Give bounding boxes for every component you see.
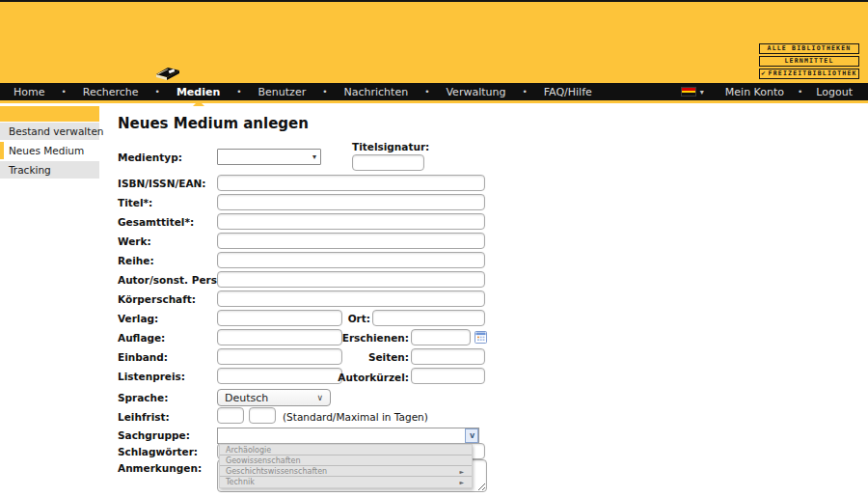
autorkuerzel-input[interactable] bbox=[411, 368, 485, 384]
sidebar-item-tracking[interactable]: Tracking bbox=[0, 161, 99, 179]
leihfrist-standard-input[interactable] bbox=[217, 407, 244, 424]
anmerkungen-label: Anmerkungen: bbox=[118, 462, 202, 474]
combo-dropdown-icon[interactable]: v bbox=[465, 428, 478, 443]
sachgruppe-select[interactable]: v bbox=[217, 428, 479, 444]
library-button-label: FREIZEITBIBLIOTHEK bbox=[769, 69, 857, 78]
titel-input[interactable] bbox=[217, 194, 485, 210]
nav-item-recherche[interactable]: Recherche bbox=[83, 86, 139, 98]
nav-separator: • bbox=[322, 87, 327, 97]
gesamttitel-label: Gesamttitel*: bbox=[118, 216, 194, 228]
sprache-select[interactable]: Deutsch ∨ bbox=[217, 389, 331, 406]
werk-label: Werk: bbox=[118, 235, 151, 247]
nav-item-benutzer[interactable]: Benutzer bbox=[258, 86, 307, 98]
sprache-label: Sprache: bbox=[118, 392, 168, 403]
all-libraries-button[interactable]: ALLE BIBLIOTHEKEN bbox=[759, 43, 859, 54]
schlagwoerter-label: Schlagwörter: bbox=[118, 446, 198, 457]
header-banner: ALLE BIBLIOTHEKEN LERNMITTEL ✔ FREIZEITB… bbox=[0, 2, 868, 83]
leihfrist-label: Leihfrist: bbox=[118, 411, 170, 423]
koerperschaft-input[interactable] bbox=[217, 290, 485, 307]
checkmark-icon: ✔ bbox=[761, 69, 765, 78]
sidebar-yellow-cap bbox=[0, 106, 99, 122]
autor-input[interactable] bbox=[217, 271, 485, 288]
menu-item-label: Geowissenschaften bbox=[226, 456, 300, 465]
reihe-label: Reihe: bbox=[118, 255, 154, 266]
autorkuerzel-label: Autorkürzel: bbox=[289, 372, 409, 383]
titel-label: Titel*: bbox=[118, 197, 152, 208]
nav-item-nachrichten[interactable]: Nachrichten bbox=[344, 86, 409, 98]
submenu-arrow-icon: ► bbox=[459, 477, 464, 487]
library-button-label: LERNMITTEL bbox=[784, 57, 833, 66]
koerperschaft-label: Körperschaft: bbox=[118, 293, 196, 305]
page-title: Neues Medium anlegen bbox=[118, 115, 309, 132]
nav-item-verwaltung[interactable]: Verwaltung bbox=[446, 86, 505, 98]
nav-separator: • bbox=[155, 87, 160, 97]
submenu-arrow-icon: ► bbox=[459, 466, 464, 477]
ort-input[interactable] bbox=[372, 310, 485, 326]
sachgruppe-label: Sachgruppe: bbox=[118, 429, 190, 441]
leihfrist-maximal-input[interactable] bbox=[249, 407, 276, 424]
menu-item-technik[interactable]: Technik ► bbox=[220, 477, 472, 487]
sidebar-item-bestand-verwalten[interactable]: Bestand verwalten bbox=[0, 123, 99, 140]
nav-separator: • bbox=[798, 87, 802, 97]
nav-right-group: ▾ Mein Konto • Logout bbox=[681, 86, 853, 98]
erschienen-input[interactable] bbox=[411, 329, 471, 345]
medientyp-select[interactable]: ▾ bbox=[217, 149, 321, 165]
sachgruppe-dropdown-menu: Archäologie Geowissenschaften Geschichts… bbox=[219, 444, 473, 488]
nav-item-logout[interactable]: Logout bbox=[816, 86, 853, 98]
lernmittel-button[interactable]: LERNMITTEL bbox=[759, 56, 859, 67]
isbn-input[interactable] bbox=[217, 175, 485, 191]
library-button-label: ALLE BIBLIOTHEKEN bbox=[768, 44, 852, 53]
seiten-input[interactable] bbox=[411, 348, 485, 365]
isbn-label: ISBN/ISSN/EAN: bbox=[118, 178, 206, 189]
menu-item-archaeologie[interactable]: Archäologie bbox=[220, 445, 472, 456]
book-icon bbox=[154, 66, 181, 83]
erschienen-label: Erschienen: bbox=[289, 332, 409, 344]
chevron-down-icon: ▾ bbox=[312, 152, 316, 161]
nav-item-faq-hilfe[interactable]: FAQ/Hilfe bbox=[544, 86, 592, 98]
menu-item-label: Geschichtswissenschaften bbox=[226, 467, 327, 476]
main-nav: Home • Recherche • Medien • Benutzer • N… bbox=[0, 83, 868, 103]
leihfrist-hint: (Standard/Maximal in Tagen) bbox=[283, 411, 428, 423]
gesamttitel-input[interactable] bbox=[217, 213, 485, 230]
german-flag-icon[interactable] bbox=[681, 87, 696, 97]
sprache-value: Deutsch bbox=[225, 392, 268, 404]
nav-item-home[interactable]: Home bbox=[14, 86, 44, 98]
nav-item-mein-konto[interactable]: Mein Konto bbox=[725, 86, 784, 98]
nav-separator: • bbox=[424, 87, 429, 97]
nav-separator: • bbox=[522, 87, 527, 97]
nav-separator: • bbox=[236, 87, 241, 97]
listenpreis-label: Listenpreis: bbox=[118, 371, 185, 382]
menu-item-label: Technik bbox=[226, 478, 255, 486]
ort-label: Ort: bbox=[289, 313, 370, 324]
seiten-label: Seiten: bbox=[289, 351, 409, 363]
chevron-down-icon: ∨ bbox=[316, 393, 323, 402]
nav-separator: • bbox=[61, 87, 66, 97]
werk-input[interactable] bbox=[217, 233, 485, 249]
app-window: ALLE BIBLIOTHEKEN LERNMITTEL ✔ FREIZEITB… bbox=[0, 0, 868, 497]
verlag-label: Verlag: bbox=[118, 313, 158, 324]
titelsignatur-input[interactable] bbox=[352, 154, 424, 171]
menu-item-geschichtswissenschaften[interactable]: Geschichtswissenschaften ► bbox=[220, 466, 472, 477]
language-dropdown-icon[interactable]: ▾ bbox=[700, 88, 704, 97]
library-filter-group: ALLE BIBLIOTHEKEN LERNMITTEL ✔ FREIZEITB… bbox=[759, 43, 859, 81]
reihe-input[interactable] bbox=[217, 252, 485, 268]
medientyp-label: Medientyp: bbox=[118, 152, 182, 163]
menu-item-geowissenschaften[interactable]: Geowissenschaften bbox=[220, 456, 472, 466]
menu-item-label: Archäologie bbox=[226, 446, 271, 455]
einband-label: Einband: bbox=[118, 351, 168, 363]
autor-label: Autor/sonst. Pers.: bbox=[118, 274, 225, 286]
auflage-label: Auflage: bbox=[118, 332, 165, 344]
freizeitbibliothek-button[interactable]: ✔ FREIZEITBIBLIOTHEK bbox=[759, 69, 859, 79]
nav-item-medien[interactable]: Medien bbox=[176, 86, 220, 98]
sidebar-item-neues-medium[interactable]: Neues Medium bbox=[0, 142, 99, 159]
calendar-icon[interactable] bbox=[475, 331, 487, 344]
titelsignatur-label: Titelsignatur: bbox=[352, 141, 429, 152]
